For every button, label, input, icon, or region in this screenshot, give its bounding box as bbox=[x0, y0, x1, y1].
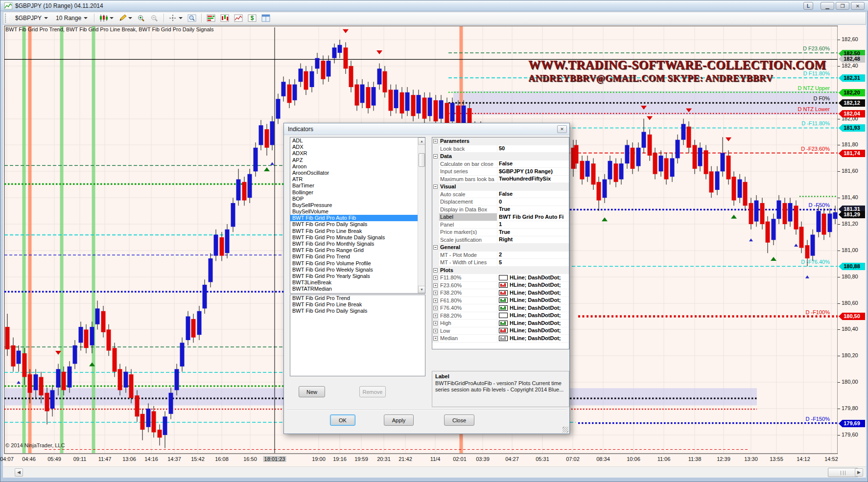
price-axis[interactable]: 182,60182,40182,00181,80181,60181,40181,… bbox=[838, 26, 866, 454]
dialog-close-button[interactable]: ✕ bbox=[557, 125, 567, 133]
property-row[interactable]: +LowHLine; DashDotDot; bbox=[432, 327, 569, 335]
indicator-list-item[interactable]: ADXR bbox=[290, 150, 425, 157]
property-row[interactable]: Input series$GBPJPY (10 Range) bbox=[432, 168, 569, 176]
property-row[interactable]: LabelBWT Fib Grid Pro Auto Fi bbox=[432, 213, 569, 221]
property-row[interactable]: Display in Data BoxTrue bbox=[432, 206, 569, 214]
link-button[interactable]: L bbox=[803, 2, 813, 10]
indicator-list-item[interactable]: Bollinger bbox=[290, 189, 425, 196]
scrollbar-thumb[interactable] bbox=[828, 468, 858, 477]
property-row[interactable]: Panel1 bbox=[432, 221, 569, 229]
property-row[interactable]: Look back50 bbox=[432, 145, 569, 153]
plot-color-swatch[interactable] bbox=[499, 328, 508, 333]
zoom-in-button[interactable] bbox=[135, 13, 148, 23]
property-row[interactable]: +MedianHLine; DashDotDot; bbox=[432, 335, 569, 343]
property-category-row[interactable]: −Parameters bbox=[432, 138, 569, 145]
property-category-row[interactable]: −General bbox=[432, 244, 569, 252]
resize-grip[interactable] bbox=[563, 427, 568, 433]
property-row[interactable]: +F61.80%HLine; DashDotDot; bbox=[432, 297, 569, 305]
scroll-down-button[interactable]: ▼ bbox=[418, 286, 425, 293]
indicator-list-item[interactable]: BWT Fib Grid Pro Volume Profile bbox=[290, 260, 425, 267]
scroll-left-button[interactable]: ◀ bbox=[15, 468, 23, 477]
applied-indicator-item[interactable]: BWT Fib Grid Pro Trend bbox=[290, 295, 425, 301]
scroll-right-button[interactable]: ▶ bbox=[855, 468, 863, 477]
property-row[interactable]: MT - Width of Lines5 bbox=[432, 259, 569, 267]
property-row[interactable]: Calculate on bar closeFalse bbox=[432, 161, 569, 168]
plot-color-swatch[interactable] bbox=[499, 282, 508, 288]
indicator-list-item[interactable]: BWT Fib Grid Pro Auto Fib bbox=[290, 215, 425, 221]
property-row[interactable]: MT - Plot Mode2 bbox=[432, 252, 569, 259]
property-row[interactable]: Auto scaleFalse bbox=[432, 191, 569, 199]
ok-button[interactable]: OK bbox=[330, 414, 355, 426]
property-row[interactable]: Maximum bars look baTwoHundredFiftySix bbox=[432, 176, 569, 184]
property-row[interactable]: Scale justificationRight bbox=[432, 236, 569, 244]
applied-indicator-item[interactable]: BWT Fib Grid Pro Line Break bbox=[290, 301, 425, 308]
property-row[interactable]: +F76.40%HLine; DashDotDot; bbox=[432, 304, 569, 312]
plot-color-swatch[interactable] bbox=[499, 290, 508, 296]
property-row[interactable]: +HighHLine; DashDotDot; bbox=[432, 320, 569, 327]
property-grid[interactable]: −ParametersLook back50−DataCalculate on … bbox=[432, 137, 569, 349]
fundamentals-button[interactable]: $ bbox=[245, 13, 259, 23]
chart-style-button[interactable] bbox=[97, 13, 116, 23]
new-button[interactable]: New bbox=[299, 386, 325, 397]
property-category-row[interactable]: −Data bbox=[432, 153, 569, 161]
property-category-row[interactable]: −Visual bbox=[432, 183, 569, 191]
grid-panel-button[interactable] bbox=[259, 13, 273, 23]
indicator-list-item[interactable]: AroonOscillator bbox=[290, 170, 425, 176]
indicator-list-item[interactable]: ADL bbox=[290, 138, 425, 144]
title-bar[interactable]: $GBPJPY (10 Range) 04.11.2014 L ▁ ❐ ✕ bbox=[0, 0, 868, 11]
instrument-dropdown[interactable]: $GBPJPY bbox=[11, 13, 52, 23]
property-row[interactable]: +F11.80%HLine; DashDotDot; bbox=[432, 274, 569, 282]
property-row[interactable]: +F88.20%HLine; DashDotDot; bbox=[432, 312, 569, 320]
plot-color-swatch[interactable] bbox=[499, 321, 508, 326]
indicator-list-item[interactable]: BWT Fib Grid Pro Yearly Signals bbox=[290, 273, 425, 279]
dialog-title-bar[interactable]: Indicators ✕ bbox=[284, 123, 569, 135]
apply-button[interactable]: Apply bbox=[384, 414, 414, 426]
property-row[interactable]: Price marker(s)True bbox=[432, 229, 569, 236]
indicator-list-item[interactable]: Aroon bbox=[290, 163, 425, 170]
close-button[interactable]: ✕ bbox=[851, 2, 865, 10]
indicator-list-item[interactable]: BWT Fib Grid Pro Monthly Signals bbox=[290, 241, 425, 247]
plot-color-swatch[interactable] bbox=[499, 275, 508, 280]
plot-color-swatch[interactable] bbox=[499, 336, 508, 341]
indicator-list-item[interactable]: BarTimer bbox=[290, 183, 425, 189]
applied-indicator-item[interactable]: BWT Fib Grid Pro Daily Signals bbox=[290, 308, 425, 314]
cursor-crosshair-button[interactable] bbox=[166, 13, 185, 23]
indicator-list-item[interactable]: BWT Fib Grid Pro Line Break bbox=[290, 228, 425, 234]
drawing-tools-button[interactable] bbox=[116, 13, 135, 23]
time-axis[interactable]: 04:0704:4605:4909:1111:4713:0614:1614:37… bbox=[3, 455, 866, 465]
indicator-list-item[interactable]: BuySellPressure bbox=[290, 202, 425, 208]
indicator-list-item[interactable]: APZ bbox=[290, 157, 425, 163]
zoom-out-button[interactable] bbox=[148, 13, 161, 23]
indicator-list-item[interactable]: ATR bbox=[290, 176, 425, 183]
indicator-list-item[interactable]: BOP bbox=[290, 196, 425, 202]
indicator-list-item[interactable]: BWTATRMedian bbox=[290, 286, 425, 292]
close-dialog-button[interactable]: Close bbox=[444, 414, 474, 426]
data-box-button[interactable] bbox=[185, 13, 199, 23]
plot-color-swatch[interactable] bbox=[499, 313, 508, 318]
indicator-list-item[interactable]: BWT Fib Grid Pro Range Grid bbox=[290, 247, 425, 253]
chart-window-button[interactable] bbox=[218, 13, 232, 23]
scroll-up-button[interactable]: ▲ bbox=[418, 138, 425, 145]
applied-indicators-list[interactable]: BWT Fib Grid Pro TrendBWT Fib Grid Pro L… bbox=[290, 295, 425, 376]
property-row[interactable]: Displacement0 bbox=[432, 198, 569, 206]
indicator-list-item[interactable]: BWT Fib Grid Pro Daily Signals bbox=[290, 221, 425, 228]
property-row[interactable]: +F23.60%HLine; DashDotDot; bbox=[432, 282, 569, 290]
available-indicators-list[interactable]: ADLADXADXRAPZAroonAroonOscillatorATRBarT… bbox=[290, 137, 425, 294]
plot-color-swatch[interactable] bbox=[499, 298, 508, 303]
indicator-list-item[interactable]: BuySellVolume bbox=[290, 208, 425, 215]
list-scrollbar-thumb[interactable] bbox=[419, 153, 425, 167]
toolbar-grip[interactable] bbox=[5, 14, 8, 23]
property-row[interactable]: +F38.20%HLine; DashDotDot; bbox=[432, 289, 569, 297]
maximize-button[interactable]: ❐ bbox=[836, 2, 849, 10]
property-category-row[interactable]: −Plots bbox=[432, 267, 569, 275]
indicator-list-item[interactable]: BWT Fib Grid Pro Trend bbox=[290, 253, 425, 260]
indicator-list-item[interactable]: ADX bbox=[290, 144, 425, 150]
remove-button[interactable]: Remove bbox=[359, 386, 386, 397]
indicator-list-item[interactable]: BWT3LineBreak bbox=[290, 279, 425, 286]
market-analyzer-button[interactable] bbox=[204, 13, 218, 23]
line-chart-button[interactable] bbox=[232, 13, 245, 23]
indicator-list-item[interactable]: BWT Fib Grid Pro Weekly Signals bbox=[290, 267, 425, 273]
plot-color-swatch[interactable] bbox=[499, 305, 508, 311]
minimize-button[interactable]: ▁ bbox=[821, 2, 834, 10]
indicator-list-item[interactable]: BWT Fib Grid Pro Minute Daily Signals bbox=[290, 234, 425, 241]
